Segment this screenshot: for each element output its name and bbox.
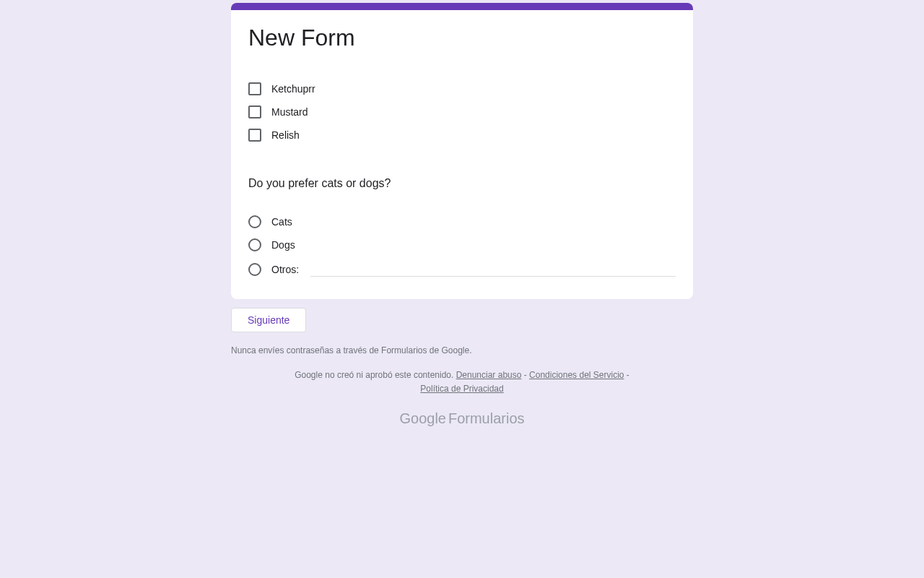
separator: - bbox=[521, 370, 529, 380]
checkbox-option[interactable]: Mustard bbox=[248, 100, 676, 124]
checkbox-option[interactable]: Ketchuprr bbox=[248, 77, 676, 100]
disclaimer-prefix: Google no creó ni aprobó este contenido. bbox=[295, 370, 456, 380]
radio-option-other[interactable]: Otros: bbox=[248, 256, 676, 282]
checkbox-label: Ketchuprr bbox=[271, 83, 315, 95]
radio-icon[interactable] bbox=[248, 238, 261, 251]
logo-product: Formularios bbox=[448, 410, 525, 426]
checkbox-question: Ketchuprr Mustard Relish bbox=[231, 56, 693, 164]
radio-option[interactable]: Cats bbox=[248, 210, 676, 233]
logo-brand: Google bbox=[399, 410, 446, 426]
radio-question: Cats Dogs Otros: bbox=[231, 197, 693, 299]
terms-link[interactable]: Condiciones del Servicio bbox=[529, 370, 624, 380]
report-abuse-link[interactable]: Denunciar abuso bbox=[456, 370, 522, 380]
form-title: New Form bbox=[231, 10, 693, 56]
disclaimer: Google no creó ni aprobó este contenido.… bbox=[231, 363, 693, 406]
radio-option[interactable]: Dogs bbox=[248, 233, 676, 256]
radio-label: Cats bbox=[271, 216, 292, 228]
radio-other-input[interactable] bbox=[310, 262, 676, 277]
checkbox-label: Relish bbox=[271, 129, 300, 141]
checkbox-label: Mustard bbox=[271, 106, 308, 118]
radio-label: Dogs bbox=[271, 239, 295, 251]
accent-bar bbox=[231, 3, 693, 10]
radio-icon[interactable] bbox=[248, 263, 261, 276]
nav-row: Siguiente bbox=[231, 299, 693, 341]
password-warning: Nunca envíes contraseñas a través de For… bbox=[231, 341, 693, 363]
next-button[interactable]: Siguiente bbox=[231, 308, 306, 332]
checkbox-option[interactable]: Relish bbox=[248, 124, 676, 147]
form-card: New Form Ketchuprr Mustard Relish Do you… bbox=[231, 3, 693, 299]
checkbox-icon[interactable] bbox=[248, 129, 261, 142]
radio-question-title: Do you prefer cats or dogs? bbox=[231, 164, 693, 197]
radio-other-label: Otros: bbox=[271, 264, 299, 275]
separator: - bbox=[624, 370, 629, 380]
product-logo: GoogleFormularios bbox=[231, 406, 693, 441]
checkbox-icon[interactable] bbox=[248, 82, 261, 95]
checkbox-icon[interactable] bbox=[248, 105, 261, 118]
privacy-link[interactable]: Política de Privacidad bbox=[420, 384, 503, 394]
radio-icon[interactable] bbox=[248, 215, 261, 228]
